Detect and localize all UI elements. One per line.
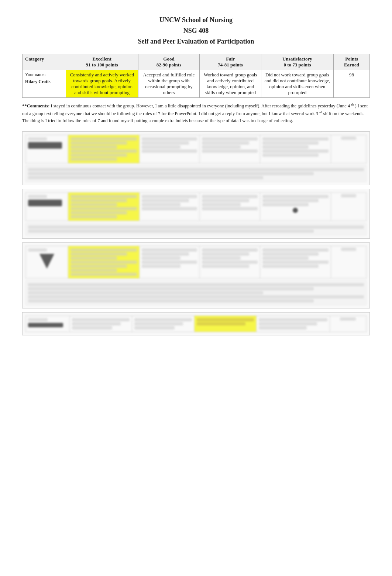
blurred-exc-2: [68, 192, 139, 221]
blurred-good-1: [139, 135, 199, 163]
blurred-row-3: [22, 242, 370, 308]
comments-superscript2: rd: [319, 110, 322, 114]
table-header-row: Category Excellent 91 to 100 points Good…: [23, 54, 370, 70]
blurred-row-2: [22, 189, 370, 239]
blurred-rows-section: [22, 131, 370, 335]
your-name-label: Your name:: [25, 72, 63, 77]
blurred-cat-4: [26, 315, 70, 332]
header-line2: NSG 408: [183, 27, 209, 34]
blurred-good-4: [132, 315, 194, 332]
excellent-cell: Consistently and actively worked towards…: [66, 70, 138, 98]
header-line3: Self and Peer Evaluation of Participatio…: [138, 38, 254, 45]
blurred-table-2: [25, 192, 367, 221]
blurred-fair-4: [194, 315, 257, 332]
page-header: UNCW School of Nursing NSG 408 Self and …: [22, 15, 370, 46]
blurred-comment-1: [25, 165, 367, 182]
blurred-unsat-3: [260, 246, 331, 278]
blurred-pts-2: [331, 192, 366, 221]
unsatisfactory-cell: Did not work toward group goals and did …: [261, 70, 333, 98]
comments-label: **Comments:: [22, 104, 49, 109]
blurred-fair-1: [200, 135, 260, 163]
blurred-cat-2: [26, 192, 68, 221]
col-header-points: Points Earned: [333, 54, 369, 70]
blurred-unsat-4: [257, 315, 330, 332]
comments-section: **Comments: I stayed in continuous conta…: [22, 102, 370, 124]
good-cell: Accepted and fulfilled role within the g…: [138, 70, 200, 98]
blurred-exc-4-good: [70, 315, 132, 332]
peer-name-value: Hilary Crotts: [25, 79, 63, 84]
blurred-unsat-2: [260, 192, 331, 221]
col-header-unsatisfactory: Unsatisfactory 0 to 73 points: [261, 54, 333, 70]
col-header-fair: Fair 74-81 points: [200, 54, 261, 70]
blurred-cat-3: [26, 246, 68, 278]
fair-cell: Worked toward group goals and actively c…: [200, 70, 261, 98]
blurred-row-4: [22, 312, 370, 335]
blurred-pts-3: [331, 246, 366, 278]
category-cell: Your name: Hilary Crotts: [23, 70, 66, 98]
blurred-cat-1: [26, 135, 68, 163]
comments-superscript1: th: [351, 103, 354, 106]
blurred-pts-1: [331, 135, 366, 163]
blurred-table-3: [25, 246, 367, 279]
blurred-exc-1: [68, 135, 139, 163]
points-cell: 98: [333, 70, 369, 98]
table-row-1: Your name: Hilary Crotts Consistently an…: [23, 70, 370, 98]
blurred-exc-3: [68, 246, 139, 278]
col-header-excellent: Excellent 91 to 100 points: [66, 54, 138, 70]
blurred-fair-2: [200, 192, 260, 221]
blurred-unsat-1: [260, 135, 331, 163]
blurred-good-3: [139, 246, 199, 278]
blurred-table-1: [25, 135, 367, 163]
blurred-table-4: [25, 315, 367, 332]
comments-text1: I stayed in continuous contact with the …: [51, 104, 350, 109]
blurred-pts-4: [330, 315, 366, 332]
main-evaluation-table: Category Excellent 91 to 100 points Good…: [22, 54, 370, 98]
blurred-row-1: [22, 131, 370, 185]
header-line1: UNCW School of Nursing: [159, 16, 233, 24]
blurred-comment-3: [25, 280, 367, 305]
col-header-category: Category: [23, 54, 66, 70]
blurred-fair-3: [200, 246, 260, 278]
col-header-good: Good 82-90 points: [138, 54, 200, 70]
blurred-comment-2: [25, 223, 367, 235]
blurred-good-2: [139, 192, 199, 221]
